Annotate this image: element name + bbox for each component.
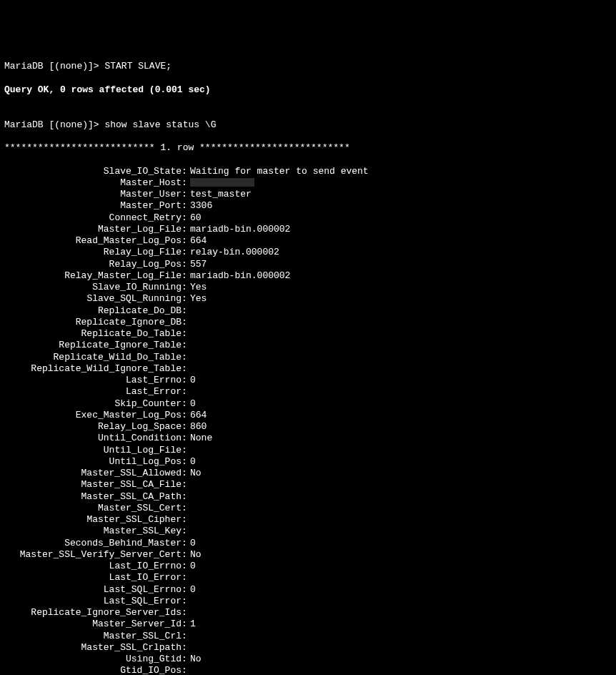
field-label: Master_SSL_Cert (4, 503, 182, 514)
field-label: Read_Master_Log_Pos (4, 235, 182, 247)
field-label: Master_SSL_Key (4, 526, 182, 537)
field-label: Master_SSL_CA_Path (4, 491, 182, 503)
field-value (190, 363, 612, 375)
field-label: Using_Gtid (4, 654, 182, 665)
field-value (190, 572, 612, 583)
command: show slave status \G (104, 119, 216, 130)
field-separator: : (182, 212, 190, 224)
field-value (190, 386, 612, 398)
status-row: Relay_Log_File: relay-bin.000002 (4, 247, 612, 258)
field-separator: : (182, 665, 190, 675)
field-label: Replicate_Ignore_Server_Ids (4, 607, 182, 619)
field-label: Master_User (4, 189, 182, 200)
status-row: Until_Condition: None (4, 433, 612, 444)
field-label: Replicate_Ignore_Table (4, 340, 182, 351)
field-separator: : (182, 247, 190, 258)
field-label: Master_SSL_Cipher (4, 514, 182, 526)
field-separator: : (182, 526, 190, 537)
status-row: Connect_Retry: 60 (4, 212, 612, 224)
field-separator: : (182, 538, 190, 549)
field-label: Master_Log_File (4, 224, 182, 235)
field-value: 664 (190, 410, 612, 421)
field-separator: : (182, 654, 190, 665)
field-label: Gtid_IO_Pos (4, 665, 182, 675)
field-label: Replicate_Ignore_DB (4, 317, 182, 328)
field-separator: : (182, 386, 190, 398)
field-separator: : (182, 200, 190, 212)
field-label: Slave_SQL_Running (4, 293, 182, 305)
field-value (190, 340, 612, 351)
field-label: Slave_IO_State (4, 166, 182, 177)
field-value: Yes (190, 282, 612, 293)
field-value (190, 642, 612, 654)
field-label: Master_SSL_Crlpath (4, 642, 182, 654)
status-row: Replicate_Do_DB: (4, 305, 612, 317)
field-separator: : (182, 642, 190, 654)
status-row: Last_Errno: 0 (4, 375, 612, 386)
status-row: Master_SSL_CA_Path: (4, 491, 612, 503)
field-value (190, 317, 612, 328)
field-value: 3306 (190, 200, 612, 212)
field-separator: : (182, 328, 190, 340)
terminal-output: MariaDB [(none)]> START SLAVE; Query OK,… (4, 49, 612, 675)
field-label: Replicate_Wild_Do_Table (4, 352, 182, 363)
prompt-line-2: MariaDB [(none)]> show slave status \G (4, 119, 612, 131)
field-label: Connect_Retry (4, 212, 182, 224)
field-label: Master_SSL_Crl (4, 631, 182, 642)
status-row: Relay_Master_Log_File: mariadb-bin.00000… (4, 270, 612, 282)
status-row: Slave_IO_Running: Yes (4, 282, 612, 293)
status-row: Replicate_Ignore_DB: (4, 317, 612, 328)
field-label: Slave_IO_Running (4, 282, 182, 293)
field-separator: : (182, 584, 190, 596)
field-label: Last_SQL_Error (4, 596, 182, 607)
field-separator: : (182, 596, 190, 607)
status-row: Relay_Log_Pos: 557 (4, 259, 612, 270)
status-row: Replicate_Ignore_Table: (4, 340, 612, 351)
field-separator: : (182, 561, 190, 572)
status-fields: Slave_IO_State: Waiting for master to se… (4, 166, 612, 676)
prompt: MariaDB [(none)]> (4, 61, 104, 72)
status-row: Relay_Log_Space: 860 (4, 421, 612, 433)
field-value: 0 (190, 584, 612, 596)
status-row: Master_Host: (4, 177, 612, 189)
command: START SLAVE; (104, 61, 172, 72)
field-value (190, 526, 612, 537)
status-row: Seconds_Behind_Master: 0 (4, 538, 612, 549)
status-row: Master_SSL_Crlpath: (4, 642, 612, 654)
field-label: Relay_Log_Pos (4, 259, 182, 270)
field-separator: : (182, 224, 190, 235)
field-value: 0 (190, 538, 612, 549)
field-value: 860 (190, 421, 612, 433)
field-value: Yes (190, 293, 612, 305)
field-separator: : (182, 398, 190, 410)
field-value: No (190, 549, 612, 561)
field-label: Replicate_Do_DB (4, 305, 182, 317)
field-separator: : (182, 491, 190, 503)
field-label: Last_IO_Error (4, 572, 182, 583)
field-label: Master_SSL_Allowed (4, 468, 182, 479)
status-row: Until_Log_Pos: 0 (4, 456, 612, 468)
status-row: Replicate_Ignore_Server_Ids: (4, 607, 612, 619)
field-label: Last_IO_Errno (4, 561, 182, 572)
field-label: Master_SSL_CA_File (4, 479, 182, 491)
status-row: Replicate_Wild_Do_Table: (4, 352, 612, 363)
status-row: Master_Server_Id: 1 (4, 619, 612, 630)
field-value: 664 (190, 235, 612, 247)
status-row: Master_SSL_Verify_Server_Cert: No (4, 549, 612, 561)
status-row: Last_Error: (4, 386, 612, 398)
field-value (190, 631, 612, 642)
status-row: Last_IO_Errno: 0 (4, 561, 612, 572)
field-separator: : (182, 479, 190, 491)
field-value: 60 (190, 212, 612, 224)
status-row: Master_SSL_Allowed: No (4, 468, 612, 479)
field-separator: : (182, 410, 190, 421)
field-separator: : (182, 607, 190, 619)
field-value: Waiting for master to send event (190, 166, 612, 177)
field-label: Until_Log_File (4, 445, 182, 456)
status-row: Last_SQL_Error: (4, 596, 612, 607)
status-row: Gtid_IO_Pos: (4, 665, 612, 675)
field-separator: : (182, 317, 190, 328)
status-row: Skip_Counter: 0 (4, 398, 612, 410)
status-row: Exec_Master_Log_Pos: 664 (4, 410, 612, 421)
field-separator: : (182, 631, 190, 642)
